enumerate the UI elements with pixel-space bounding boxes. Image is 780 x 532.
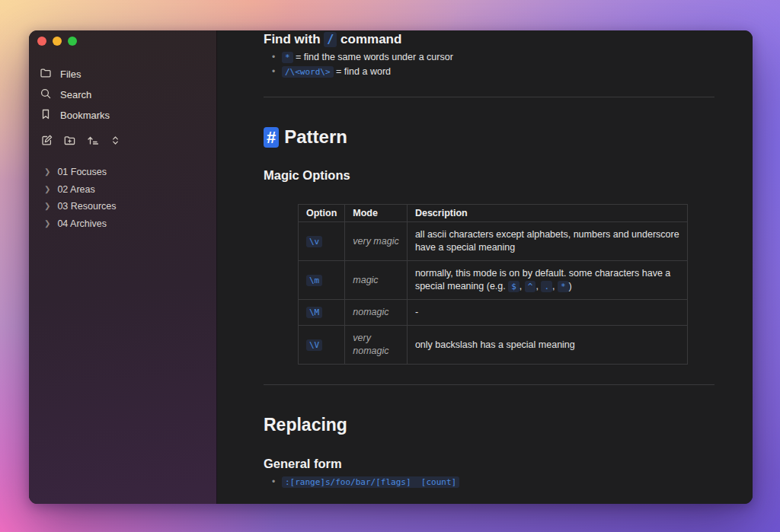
- editor-pane[interactable]: Find with / command * = find the same wo…: [218, 30, 753, 504]
- heading-find-with-command: Find with / command: [264, 31, 714, 48]
- description-cell: all ascii characters except alphabets, n…: [407, 222, 687, 261]
- expand-collapse-icon[interactable]: [109, 134, 122, 147]
- mode-cell: magic: [345, 261, 408, 300]
- option-cell: \M: [299, 300, 345, 326]
- inline-code: .: [541, 281, 552, 292]
- list-item: :[range]s/foo/bar/[flags] [count]: [264, 475, 714, 489]
- zoom-button[interactable]: [68, 37, 77, 46]
- text-span: only backslash has a special meaning: [415, 339, 575, 350]
- mode-cell: very magic: [345, 222, 408, 261]
- inline-code: \V: [306, 339, 322, 351]
- heading-general-form: General form: [264, 456, 714, 472]
- option-cell: \m: [299, 261, 345, 300]
- folder-icon: [40, 67, 52, 81]
- inline-code: \m: [306, 275, 322, 286]
- sidebar-item-bookmarks[interactable]: Bookmarks: [29, 105, 216, 126]
- note-content: Find with / command * = find the same wo…: [264, 30, 714, 504]
- table-row: \Vvery nomagiconly backslash has a speci…: [299, 326, 688, 365]
- sidebar-item-label: Bookmarks: [60, 110, 110, 121]
- heading-pattern-text: Pattern: [284, 126, 347, 148]
- text-span: Find with: [264, 32, 324, 46]
- text-span: all ascii characters except alphabets, n…: [415, 229, 679, 253]
- sidebar-nav: Files Search Bookmarks: [29, 64, 216, 126]
- inline-code: $: [508, 281, 519, 292]
- sidebar-item-label: Search: [60, 89, 91, 100]
- inline-code: :[range]s/foo/bar/[flags] [count]: [282, 476, 459, 488]
- mode-cell: nomagic: [345, 300, 408, 326]
- tree-item-02-areas[interactable]: ❯ 02 Areas: [29, 181, 216, 199]
- option-cell: \v: [299, 222, 345, 261]
- inline-code: *: [558, 281, 569, 292]
- table-row: \vvery magicall ascii characters except …: [299, 222, 688, 261]
- find-bullet-list: * = find the same words under a cursor /…: [264, 50, 714, 79]
- inline-code: /: [324, 32, 337, 47]
- general-form-list: :[range]s/foo/bar/[flags] [count]: [264, 475, 714, 489]
- description-cell: normally, this mode is on by default. so…: [407, 261, 687, 300]
- close-button[interactable]: [37, 37, 46, 46]
- heading-replacing: Replacing: [264, 414, 714, 435]
- list-item: /\<word\> = find a word: [264, 65, 714, 79]
- tree-item-label: 02 Areas: [57, 184, 94, 195]
- heading-magic-options: Magic Options: [264, 167, 714, 183]
- tree-item-label: 01 Focuses: [57, 167, 107, 177]
- text-span: command: [337, 32, 401, 46]
- list-item: * = find the same words under a cursor: [264, 50, 714, 65]
- sidebar-item-files[interactable]: Files: [29, 64, 216, 84]
- new-note-icon[interactable]: [40, 134, 53, 147]
- column-header: Description: [407, 205, 687, 222]
- inline-code: ^: [525, 281, 536, 292]
- tree-item-label: 04 Archives: [57, 218, 107, 229]
- inline-code: *: [282, 52, 293, 63]
- minimize-button[interactable]: [53, 37, 62, 46]
- description-cell: only backslash has a special meaning: [407, 326, 687, 365]
- text-span: ,: [519, 281, 525, 291]
- new-folder-icon[interactable]: [63, 134, 76, 147]
- column-header: Mode: [345, 205, 408, 222]
- text-span: ): [569, 281, 572, 291]
- traffic-lights: [37, 37, 77, 46]
- description-cell: -: [407, 300, 687, 326]
- tree-item-label: 03 Resources: [57, 201, 116, 212]
- sort-icon[interactable]: [86, 134, 99, 147]
- search-icon: [40, 88, 52, 102]
- chevron-right-icon: ❯: [44, 185, 50, 193]
- inline-code: /\<word\>: [282, 66, 334, 78]
- horizontal-rule: [264, 97, 714, 97]
- magic-options-table: OptionModeDescription\vvery magicall asc…: [298, 204, 688, 365]
- text-span: -: [415, 307, 418, 317]
- table-row: \Mnomagic-: [299, 300, 688, 326]
- inline-code: \v: [306, 236, 322, 247]
- horizontal-rule: [264, 384, 714, 385]
- sidebar-actions: [29, 134, 216, 147]
- table-header-row: OptionModeDescription: [299, 205, 688, 222]
- text-span: = find the same words under a cursor: [293, 52, 453, 62]
- table-row: \mmagicnormally, this mode is on by defa…: [299, 261, 688, 300]
- mode-cell: very nomagic: [345, 326, 408, 365]
- sidebar-item-search[interactable]: Search: [29, 84, 216, 105]
- column-header: Option: [299, 205, 345, 222]
- option-cell: \V: [299, 326, 345, 365]
- inline-code: \M: [306, 307, 322, 318]
- text-span: = find a word: [334, 66, 391, 77]
- bookmark-icon: [40, 108, 52, 123]
- tree-item-01-focuses[interactable]: ❯ 01 Focuses: [29, 164, 216, 181]
- heading-pattern: #Pattern: [264, 126, 714, 148]
- chevron-right-icon: ❯: [44, 202, 50, 210]
- tree-item-03-resources[interactable]: ❯ 03 Resources: [29, 198, 216, 215]
- chevron-right-icon: ❯: [44, 219, 50, 227]
- chevron-right-icon: ❯: [44, 168, 50, 176]
- file-tree: ❯ 01 Focuses ❯ 02 Areas ❯ 03 Resources ❯…: [29, 164, 216, 232]
- hash-tag-badge[interactable]: #: [264, 127, 279, 148]
- app-window: Files Search Bookmarks: [29, 30, 753, 504]
- sidebar-item-label: Files: [60, 68, 81, 80]
- tree-item-04-archives[interactable]: ❯ 04 Archives: [29, 215, 216, 233]
- text-span: ,: [552, 281, 558, 291]
- sidebar: Files Search Bookmarks: [29, 30, 217, 504]
